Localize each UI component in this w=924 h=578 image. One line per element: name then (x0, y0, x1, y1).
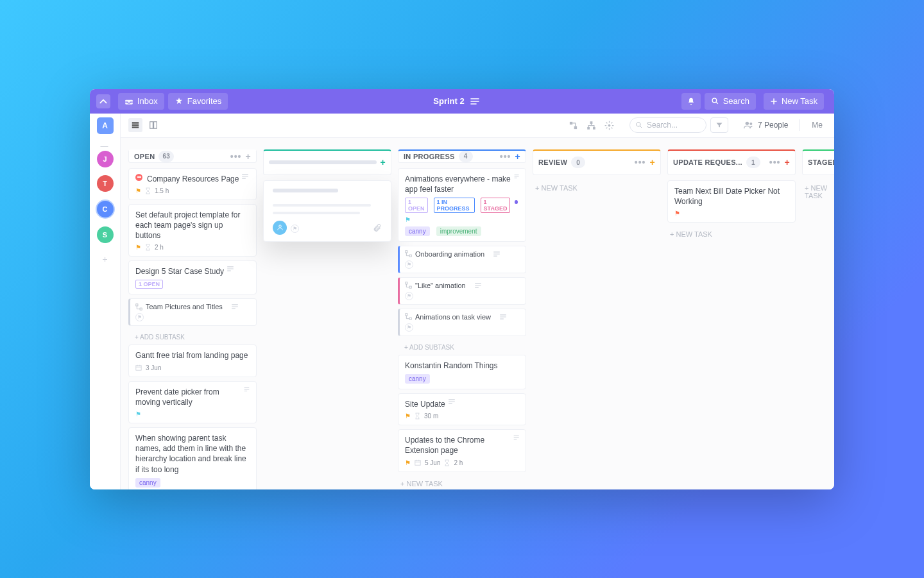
column-header[interactable]: STAGED (802, 149, 834, 175)
column-open: OPEN63•••+Company Resources Page ⚑1.5 hS… (128, 149, 257, 489)
subtask-title: "Like" animation (415, 282, 466, 289)
task-card[interactable]: Site Update ⚑30 m (398, 393, 526, 425)
svg-rect-26 (415, 461, 420, 466)
task-card[interactable]: Design 5 Star Case Study 1 OPEN (128, 260, 257, 294)
time-estimate: 1.5 h (155, 187, 169, 194)
search-input[interactable]: Search... (629, 117, 706, 133)
avatar-t[interactable]: T (97, 175, 114, 192)
column-count: 4 (459, 151, 473, 162)
column-header[interactable]: OPEN63•••+ (128, 149, 257, 163)
subtask-title: Team Pictures and Titles (146, 303, 223, 310)
flag-icon: ⚑ (674, 210, 680, 217)
column-header[interactable]: + (263, 149, 391, 175)
column-name: OPEN (134, 153, 155, 160)
svg-rect-25 (409, 318, 411, 319)
column-menu[interactable]: ••• (635, 157, 646, 167)
viewbar: Search... 7 People Me (121, 114, 834, 138)
attachment-icon[interactable] (373, 223, 382, 232)
status-badge: 1 IN PROGRESS (434, 198, 475, 213)
status-badge: 1 OPEN (405, 198, 428, 213)
task-card[interactable]: When showing parent task names, add them… (128, 427, 257, 489)
column-menu[interactable]: ••• (769, 157, 781, 167)
due-date: 3 Jun (146, 364, 161, 371)
new-task-card[interactable]: ⚑ (263, 180, 391, 242)
sidebar: A — J T C S + (90, 114, 121, 489)
flag-button[interactable]: ⚑ (405, 323, 413, 332)
column-menu[interactable]: ••• (230, 151, 242, 162)
subtasks-toggle[interactable] (567, 118, 581, 132)
inbox-button[interactable]: Inbox (118, 93, 164, 110)
new-task-button[interactable]: New Task (764, 93, 824, 110)
add-task-icon[interactable]: + (785, 157, 790, 167)
flag-icon: ⚑ (135, 187, 141, 194)
task-title: Site Update (405, 399, 445, 409)
subtask-card[interactable]: "Like" animation ⚑ (398, 277, 526, 305)
subtask-card[interactable]: Team Pictures and Titles ⚑ (128, 298, 257, 326)
task-card[interactable]: Prevent date picker from moving vertical… (128, 381, 257, 423)
task-card[interactable]: Team Next Bill Date Picker Not Working⚑ (667, 180, 796, 223)
tag[interactable]: canny (405, 374, 430, 384)
svg-point-1 (712, 98, 717, 103)
settings-button[interactable] (603, 118, 617, 132)
flag-button[interactable]: ⚑ (135, 313, 144, 321)
add-task-icon[interactable]: + (246, 151, 251, 162)
board-view-button[interactable] (146, 118, 160, 132)
description-icon (513, 435, 519, 440)
task-card[interactable]: Gantt free trial from landing page3 Jun (128, 344, 257, 377)
avatar-s[interactable]: S (97, 226, 114, 243)
tag[interactable]: canny (135, 478, 160, 488)
add-task-icon[interactable]: + (650, 157, 655, 167)
inbox-label: Inbox (137, 96, 158, 106)
logo[interactable] (96, 94, 110, 108)
assignee-avatar[interactable] (273, 221, 287, 235)
subtask-icon (405, 282, 412, 289)
add-task-icon[interactable]: + (515, 151, 520, 162)
column-header[interactable]: REVIEW0•••+ (533, 149, 661, 175)
svg-rect-5 (150, 122, 153, 129)
description-icon (227, 266, 234, 271)
flag-button[interactable]: ⚑ (405, 260, 413, 269)
me-filter[interactable]: Me (812, 121, 823, 130)
new-task-label: New Task (782, 96, 817, 106)
new-task-button[interactable]: + NEW TASK (667, 226, 796, 242)
flag-button[interactable]: ⚑ (291, 225, 299, 233)
add-task-icon[interactable]: + (381, 157, 386, 167)
add-subtask-button[interactable]: + ADD SUBTASK (398, 340, 526, 355)
subtask-card[interactable]: Onboarding animation ⚑ (398, 246, 526, 273)
filter-button[interactable] (710, 117, 728, 133)
search-button[interactable]: Search (705, 93, 756, 110)
people-count[interactable]: 7 People (744, 121, 788, 130)
task-card[interactable]: Company Resources Page ⚑1.5 h (128, 168, 257, 200)
new-task-button[interactable]: + NEW TASK (398, 476, 526, 489)
flag-button[interactable]: ⚑ (405, 292, 413, 300)
description-icon (493, 251, 501, 257)
add-subtask-button[interactable]: + ADD SUBTASK (128, 330, 257, 344)
task-card[interactable]: Animations everywhere - make app feel fa… (398, 168, 526, 242)
column-header[interactable]: UPDATE REQUES...1•••+ (667, 149, 796, 175)
hierarchy-toggle[interactable] (585, 118, 599, 132)
task-card[interactable]: Set default project template for each te… (128, 204, 257, 257)
list-view-button[interactable] (128, 118, 142, 132)
tag[interactable]: improvement (436, 226, 481, 236)
favorites-button[interactable]: Favorites (168, 93, 228, 110)
workspace-badge[interactable]: A (97, 117, 114, 134)
hourglass-icon (415, 412, 420, 420)
tag[interactable]: canny (405, 226, 430, 236)
column-menu[interactable]: ••• (500, 151, 511, 162)
avatar-j[interactable]: J (97, 151, 114, 167)
add-person-button[interactable]: + (97, 251, 114, 268)
notifications-button[interactable] (681, 93, 701, 110)
task-card[interactable]: Konstantin Random Thingscanny (398, 355, 526, 389)
column-header[interactable]: IN PROGRESS4•••+ (398, 149, 526, 163)
new-task-button[interactable]: + NEW TASK (533, 180, 661, 196)
board: OPEN63•••+Company Resources Page ⚑1.5 hS… (121, 138, 834, 489)
svg-point-13 (637, 123, 640, 126)
flag-icon: ⚑ (135, 244, 141, 251)
new-task-button[interactable]: + NEW TASK (802, 180, 834, 203)
subtask-card[interactable]: Animations on task view ⚑ (398, 309, 526, 336)
task-card[interactable]: Updates to the Chrome Extension page ⚑5 … (398, 429, 526, 472)
description-icon (514, 174, 519, 179)
avatar-c[interactable]: C (96, 200, 115, 219)
plus-icon (770, 98, 778, 105)
subtask-title: Animations on task view (415, 313, 491, 321)
